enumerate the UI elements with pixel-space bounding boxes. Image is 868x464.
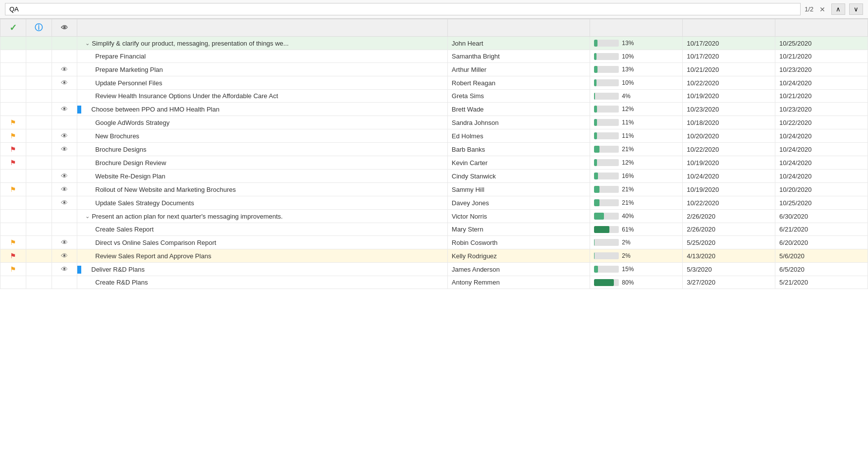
task-cell[interactable]: New Brochures (77, 129, 448, 143)
flag-cell: ⚑ (0, 143, 26, 156)
due-date-cell: 10/21/2020 (775, 90, 868, 103)
eye-icon[interactable]: 👁 (61, 65, 68, 73)
due-date-cell: 6/30/2020 (775, 210, 868, 223)
status-percent: 21% (622, 146, 637, 153)
eye-cell: 👁 (52, 76, 77, 90)
employee-cell: Mary Stern (447, 223, 590, 236)
task-name: Google AdWords Strategy (81, 119, 169, 126)
task-cell[interactable]: Google AdWords Strategy (77, 116, 448, 129)
header-check: ✓ (0, 19, 26, 37)
status-percent: 21% (622, 199, 637, 206)
eye-cell: 👁 (52, 170, 77, 183)
collapse-arrow-icon[interactable]: ⌄ (85, 40, 90, 47)
collapse-arrow-icon[interactable]: ⌄ (85, 213, 90, 220)
eye-icon[interactable]: 👁 (61, 172, 68, 180)
search-prev-button[interactable]: ∧ (831, 3, 845, 15)
eye-cell (52, 223, 77, 236)
eye-icon[interactable]: 👁 (61, 145, 68, 153)
task-cell[interactable]: Update Sales Strategy Documents (77, 196, 448, 210)
task-cell[interactable]: ⌄Simplify & clarify our product, messagi… (77, 37, 448, 50)
search-input[interactable] (5, 3, 801, 15)
task-cell[interactable]: Update Personnel Files (77, 76, 448, 90)
status-bar-bg (594, 132, 619, 139)
task-name: Create Sales Report (81, 226, 154, 233)
status-bar-bg (594, 173, 619, 179)
status-percent: 15% (622, 266, 637, 273)
employee-cell: Arthur Miller (447, 63, 590, 76)
task-name: Rollout of New Website and Marketing Bro… (81, 186, 236, 193)
task-group-name: ⌄Present an action plan for next quarter… (81, 213, 282, 220)
status-percent: 4% (622, 93, 637, 100)
info-cell (26, 276, 52, 289)
flag-red-icon[interactable]: ⚑ (10, 145, 16, 153)
status-bar-bg (594, 119, 619, 126)
status-percent: 21% (622, 186, 637, 193)
info-cell (26, 103, 52, 116)
eye-cell (52, 37, 77, 50)
flag-cell: ⚑ (0, 183, 26, 196)
eye-icon[interactable]: 👁 (61, 132, 68, 140)
eye-icon[interactable]: 👁 (61, 105, 68, 113)
info-cell (26, 143, 52, 156)
task-cell[interactable]: Review Sales Report and Approve Plans (77, 249, 448, 263)
status-percent: 2% (622, 239, 637, 246)
flag-cell: ⚑ (0, 263, 26, 276)
due-date-cell: 10/22/2020 (775, 116, 868, 129)
flag-orange-icon[interactable]: ⚑ (10, 185, 16, 193)
task-cell[interactable]: Brochure Design Review (77, 156, 448, 170)
status-bar-bg (594, 106, 619, 113)
search-close-button[interactable]: ✕ (817, 4, 827, 14)
flag-orange-icon[interactable]: ⚑ (10, 132, 16, 140)
flag-orange-icon[interactable]: ⚑ (10, 118, 16, 126)
table-row: ⌄Simplify & clarify our product, messagi… (0, 37, 868, 50)
task-name: Update Personnel Files (81, 79, 162, 87)
flag-cell (0, 50, 26, 63)
task-cell[interactable]: Review Health Insurance Options Under th… (77, 90, 448, 103)
eye-cell (52, 276, 77, 289)
due-date-cell: 6/21/2020 (775, 223, 868, 236)
search-next-button[interactable]: ∨ (849, 3, 863, 15)
flag-red-icon[interactable]: ⚑ (10, 159, 16, 167)
task-name: Prepare Financial (81, 53, 146, 60)
status-bar-fill (594, 79, 597, 86)
task-cell[interactable]: Prepare Marketing Plan (77, 63, 448, 76)
due-date-cell: 10/25/2020 (775, 196, 868, 210)
eye-icon[interactable]: 👁 (61, 79, 68, 87)
task-table: ✓ ⓘ 👁 ⌄Simplify & clarify our product, m… (0, 19, 868, 289)
status-bar-fill (594, 252, 595, 259)
table-row: ⚑👁Deliver R&D PlansJames Anderson15%5/3/… (0, 263, 868, 276)
task-cell[interactable]: Direct vs Online Sales Comparison Report (77, 236, 448, 249)
flag-orange-icon[interactable]: ⚑ (10, 238, 16, 246)
search-count: 1/2 (805, 5, 814, 13)
status-cell: 2% (590, 236, 683, 249)
flag-red-icon[interactable]: ⚑ (10, 252, 16, 260)
task-cell[interactable]: Deliver R&D Plans (77, 263, 448, 276)
eye-icon[interactable]: 👁 (61, 199, 68, 207)
task-cell[interactable]: ⌄Present an action plan for next quarter… (77, 210, 448, 223)
task-cell[interactable]: Prepare Financial (77, 50, 448, 63)
header-start-date (683, 19, 775, 37)
eye-icon[interactable]: 👁 (61, 185, 68, 193)
eye-icon[interactable]: 👁 (61, 238, 68, 246)
flag-cell (0, 276, 26, 289)
task-cell[interactable]: Create Sales Report (77, 223, 448, 236)
flag-orange-icon[interactable]: ⚑ (10, 265, 16, 273)
info-cell (26, 249, 52, 263)
task-cell[interactable]: Create R&D Plans (77, 276, 448, 289)
info-cell (26, 236, 52, 249)
status-bar-fill (594, 199, 599, 206)
start-date-cell: 4/13/2020 (683, 249, 775, 263)
task-cell[interactable]: Brochure Designs (77, 143, 448, 156)
start-date-cell: 10/18/2020 (683, 116, 775, 129)
eye-icon[interactable]: 👁 (61, 265, 68, 273)
task-cell[interactable]: Website Re-Design Plan (77, 170, 448, 183)
flag-cell (0, 76, 26, 90)
task-cell[interactable]: Rollout of New Website and Marketing Bro… (77, 183, 448, 196)
task-cell[interactable]: Choose between PPO and HMO Health Plan (77, 103, 448, 116)
header-info: ⓘ (26, 19, 52, 37)
flag-cell (0, 103, 26, 116)
eye-icon[interactable]: 👁 (61, 252, 68, 260)
start-date-cell: 10/22/2020 (683, 76, 775, 90)
table-row: ⚑👁Brochure DesignsBarb Banks21%10/22/202… (0, 143, 868, 156)
table-row: Create Sales ReportMary Stern61%2/26/202… (0, 223, 868, 236)
